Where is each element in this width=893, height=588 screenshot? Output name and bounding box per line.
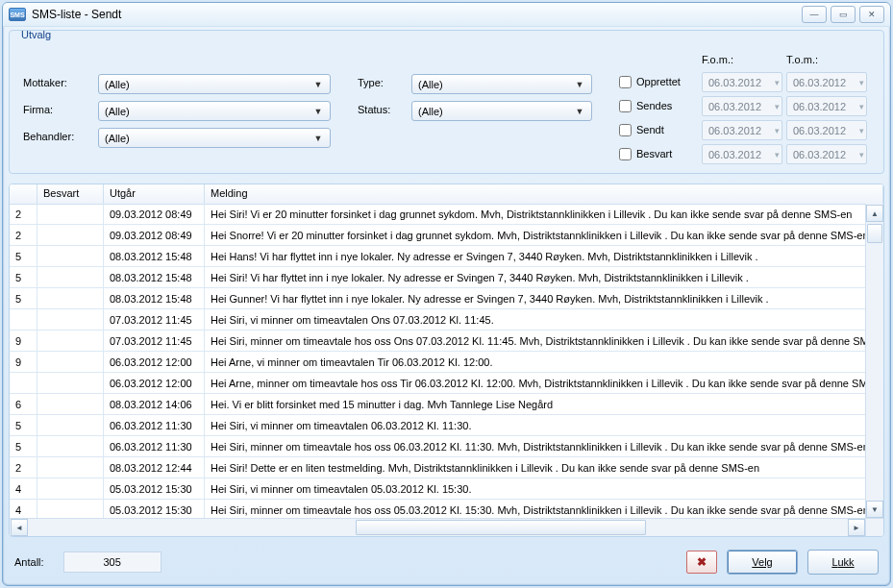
column-melding[interactable]: Melding [205,184,883,204]
table-row[interactable]: 508.03.2012 15:48Hei Siri! Vi har flytte… [10,267,866,288]
select-status[interactable]: (Alle)▼ [411,101,592,121]
cell-melding: Hei. Vi er blitt forsinket med 15 minutt… [205,394,866,414]
filters-group: Utvalg Mottaker: (Alle)▼ Firma: (Alle)▼ … [9,30,884,174]
table-row[interactable]: 506.03.2012 11:30Hei Siri, vi minner om … [10,415,866,436]
chevron-down-icon: ▾ [775,150,780,159]
scroll-corner [865,518,883,536]
table-row[interactable]: 907.03.2012 11:45Hei Siri, minner om tim… [10,331,866,352]
cell-besvart [37,204,104,224]
chevron-down-icon: ▼ [310,134,326,143]
cell-besvart [37,267,104,287]
chevron-down-icon: ▾ [775,102,780,111]
check-sendes[interactable]: Sendes [619,96,672,115]
cell-index [10,309,37,330]
cell-utgaar: 05.03.2012 15:30 [104,500,205,519]
app-icon: SMS [9,8,26,21]
date-opprettet-fom[interactable]: 06.03.2012▾ [702,72,782,92]
check-besvart[interactable]: Besvart [619,144,672,163]
cell-melding: Hei Siri! Vi har flyttet inn i nye lokal… [205,267,866,287]
column-spacer[interactable] [10,184,37,204]
scroll-right-button[interactable]: ► [848,519,865,536]
label-tom: T.o.m.: [786,54,818,65]
cell-besvart [37,331,104,351]
column-besvart[interactable]: Besvart [37,184,104,204]
cell-besvart [37,246,104,266]
scroll-up-button[interactable]: ▲ [866,205,883,222]
cell-index: 5 [10,436,37,456]
table-row[interactable]: 906.03.2012 12:00Hei Arne, vi minner om … [10,352,866,373]
cell-besvart [37,394,104,414]
app-window: SMS SMS-liste - Sendt — ▭ ✕ Utvalg Motta… [2,2,891,586]
table-row[interactable]: 405.03.2012 15:30Hei Siri, vi minner om … [10,478,866,500]
cell-index: 5 [10,415,37,435]
cell-melding: Hei Arne, vi minner om timeavtalen Tir 0… [205,352,866,372]
table-row[interactable]: 405.03.2012 15:30Hei Siri, minner om tim… [10,500,866,519]
table-row[interactable]: 508.03.2012 15:48Hei Hans! Vi har flytte… [10,246,866,267]
velg-button[interactable]: Velg [727,550,798,575]
date-sendes-fom[interactable]: 06.03.2012▾ [702,96,782,116]
cell-besvart [37,309,104,330]
check-sendt[interactable]: Sendt [619,120,664,139]
cell-utgaar: 06.03.2012 11:30 [104,415,205,435]
check-opprettet[interactable]: Opprettet [619,72,681,91]
table-row[interactable]: 209.03.2012 08:49Hei Siri! Vi er 20 minu… [10,204,866,225]
table-row[interactable]: 07.03.2012 11:45Hei Siri, vi minner om t… [10,309,866,331]
column-utgaar[interactable]: Utgår [104,184,205,204]
cell-melding: Hei Siri! Vi er 20 minutter forsinket i … [205,204,866,224]
cell-melding: Hei Siri, vi minner om timeavtalen 05.03… [205,478,866,499]
horizontal-scrollbar[interactable]: ◄ ► [10,518,866,536]
close-button[interactable]: ✕ [859,6,884,23]
select-type[interactable]: (Alle)▼ [411,74,592,94]
chevron-down-icon: ▼ [572,80,587,89]
cell-melding: Hei Siri, minner om timeavtale hos oss 0… [205,436,866,456]
date-opprettet-tom[interactable]: 06.03.2012▾ [786,72,867,92]
cell-besvart [37,500,104,519]
date-sendt-fom[interactable]: 06.03.2012▾ [702,120,782,140]
minimize-button[interactable]: — [802,6,827,23]
scroll-thumb[interactable] [867,224,882,243]
chevron-down-icon: ▾ [859,102,864,111]
scroll-thumb[interactable] [356,520,646,535]
table-row[interactable]: 209.03.2012 08:49Hei Snorre! Vi er 20 mi… [10,225,866,246]
date-besvart-fom[interactable]: 06.03.2012▾ [702,144,782,164]
table-row[interactable]: 506.03.2012 11:30Hei Siri, minner om tim… [10,436,866,457]
cell-melding: Hei Gunner! Vi har flyttet inn i nye lok… [205,288,866,308]
cell-melding: Hei Snorre! Vi er 20 minutter forsinket … [205,225,866,245]
date-sendes-tom[interactable]: 06.03.2012▾ [786,96,867,116]
table-row[interactable]: 608.03.2012 14:06Hei. Vi er blitt forsin… [10,394,866,415]
cell-index: 4 [10,500,37,519]
label-type: Type: [358,77,384,88]
cell-melding: Hei Arne, minner om timeavtale hos oss T… [205,373,866,393]
cell-utgaar: 09.03.2012 08:49 [104,225,205,245]
cell-utgaar: 08.03.2012 15:48 [104,246,205,266]
table-row[interactable]: 06.03.2012 12:00Hei Arne, minner om time… [10,373,866,394]
cell-utgaar: 08.03.2012 15:48 [104,267,205,287]
cell-utgaar: 08.03.2012 15:48 [104,288,205,308]
grid-header: Besvart Utgår Melding [10,184,883,205]
lukk-button[interactable]: Lukk [807,550,879,575]
cell-melding: Hei Siri! Dette er en liten testmelding.… [205,457,866,478]
table-row[interactable]: 208.03.2012 12:44Hei Siri! Dette er en l… [10,457,866,478]
maximize-button[interactable]: ▭ [831,6,856,23]
cell-melding: Hei Hans! Vi har flyttet inn i nye lokal… [205,246,866,266]
scroll-down-button[interactable]: ▼ [866,501,883,518]
chevron-down-icon: ▾ [775,78,780,87]
cell-utgaar: 06.03.2012 11:30 [104,436,205,456]
cell-index [10,373,37,393]
date-besvart-tom[interactable]: 06.03.2012▾ [786,144,867,164]
select-mottaker[interactable]: (Alle)▼ [98,74,331,94]
scroll-left-button[interactable]: ◄ [11,519,28,536]
delete-button[interactable]: ✖ [686,551,717,574]
window-title: SMS-liste - Sendt [32,8,121,21]
select-firma[interactable]: (Alle)▼ [98,101,331,121]
cell-index: 2 [10,225,37,245]
cell-besvart [37,373,104,393]
date-sendt-tom[interactable]: 06.03.2012▾ [786,120,867,140]
grid-body[interactable]: 209.03.2012 08:49Hei Siri! Vi er 20 minu… [10,204,866,519]
vertical-scrollbar[interactable]: ▲ ▼ [865,204,883,519]
chevron-down-icon: ▾ [859,126,864,135]
select-behandler[interactable]: (Alle)▼ [98,128,331,148]
cell-besvart [37,478,104,499]
label-antall: Antall: [14,556,44,568]
table-row[interactable]: 508.03.2012 15:48Hei Gunner! Vi har flyt… [10,288,866,309]
